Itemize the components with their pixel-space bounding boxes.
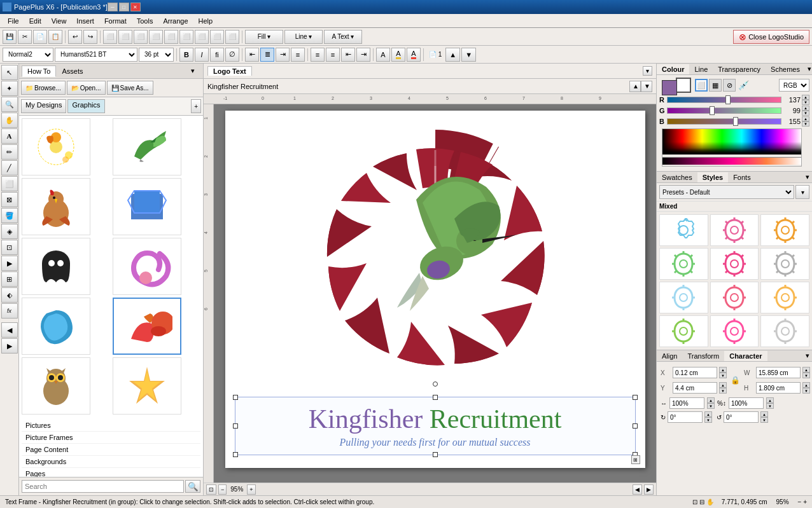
close-btn[interactable]: ✕ — [130, 3, 141, 11]
tab-align[interactable]: Align — [657, 351, 682, 361]
bullet-btn[interactable]: ≡ — [311, 48, 325, 62]
asset-blob[interactable] — [22, 298, 90, 355]
swatch-lgray-gear[interactable] — [760, 315, 809, 347]
asset-logo[interactable] — [113, 178, 181, 235]
tab-line[interactable]: Line — [689, 64, 713, 74]
handle-bm[interactable] — [433, 452, 438, 457]
pencil-tool[interactable]: ✏ — [1, 144, 18, 160]
text-color-btn[interactable]: A — [391, 48, 405, 62]
b-slider[interactable] — [667, 118, 781, 125]
handle-mr[interactable] — [633, 423, 638, 429]
color-panel-menu[interactable]: ▾ — [805, 64, 812, 74]
presets-select[interactable]: Presets - Default — [659, 185, 794, 199]
tab-howto[interactable]: How To — [22, 65, 56, 77]
w-down[interactable]: ▼ — [802, 373, 810, 378]
close-logostudio-btn[interactable]: ⊗ Close LogoStudio — [733, 30, 809, 44]
b-up[interactable]: ▲ — [802, 116, 809, 121]
tab-character[interactable]: Character — [724, 351, 767, 361]
logo-text-tab[interactable]: Logo Text — [207, 66, 252, 76]
zoom-tool[interactable]: 🔍 — [1, 97, 18, 112]
rotation-input[interactable] — [668, 411, 703, 423]
x-input[interactable] — [673, 367, 717, 378]
swatch-lime-gear[interactable] — [659, 315, 708, 347]
tb7[interactable]: ⬜ — [195, 30, 209, 44]
menu-edit[interactable]: Edit — [24, 16, 46, 26]
g-up[interactable]: ▲ — [802, 106, 809, 111]
tb2[interactable]: ⬜ — [118, 30, 132, 44]
fill-color-swatch[interactable] — [662, 80, 677, 95]
prev-page-btn[interactable]: ◀ — [633, 484, 642, 495]
canvas[interactable]: ⊞ Kingfisher Recruitment Pulling your ne… — [225, 111, 645, 468]
italic-btn[interactable]: I — [195, 48, 209, 62]
tab-transparency[interactable]: Transparency — [713, 64, 766, 74]
tb6[interactable]: ⬜ — [179, 30, 193, 44]
asset-swirl[interactable] — [113, 238, 181, 295]
nav-mydesigns[interactable]: My Designs — [21, 99, 66, 113]
list-page-content[interactable]: Page Content — [22, 444, 200, 456]
swatch-red-gear[interactable] — [710, 214, 759, 246]
asset-star[interactable] — [113, 357, 181, 415]
next-btn[interactable]: ▶ — [1, 338, 18, 354]
tab-fonts[interactable]: Fonts — [728, 172, 756, 182]
handle-tr[interactable] — [633, 395, 638, 400]
other-btn[interactable]: ∅ — [225, 48, 239, 62]
transparency-tool[interactable]: ◈ — [1, 224, 18, 239]
handle-tm[interactable] — [433, 395, 438, 400]
font-style-select[interactable]: Normal2 — [3, 48, 53, 62]
line-btn[interactable]: Line ▾ — [284, 30, 323, 44]
resize-corner-btn[interactable]: ⊞ — [631, 455, 640, 464]
font-name-select[interactable]: Humanst521 BT — [55, 48, 137, 62]
list-picture-frames[interactable]: Picture Frames — [22, 432, 200, 444]
y-down[interactable]: ▼ — [719, 388, 727, 394]
r-slider[interactable] — [667, 97, 781, 103]
content-scroll-up[interactable]: ▲ — [629, 81, 641, 92]
prev-btn[interactable]: ◀ — [1, 322, 18, 338]
search-input[interactable] — [22, 480, 184, 493]
handle-bl[interactable] — [233, 452, 238, 457]
swatch-orange-gear[interactable] — [760, 214, 809, 246]
menu-insert[interactable]: Insert — [71, 16, 99, 26]
sw-down[interactable]: ▼ — [707, 403, 715, 409]
rot-down[interactable]: ▼ — [704, 417, 712, 423]
sw-up[interactable]: ▲ — [707, 397, 715, 403]
tab-colour[interactable]: Colour — [657, 64, 689, 74]
redo-btn[interactable]: ↪ — [83, 30, 97, 44]
save-btn[interactable]: 💾 — [3, 30, 17, 44]
sh-up[interactable]: ▲ — [766, 397, 774, 403]
scale-h-input[interactable] — [729, 397, 764, 409]
copy-btn[interactable]: 📄 — [33, 30, 47, 44]
fx-tool[interactable]: fx — [1, 303, 18, 319]
list-pictures[interactable]: Pictures — [22, 420, 200, 432]
open-btn[interactable]: 📂 Open... — [67, 81, 106, 95]
grad-fill-btn[interactable]: ▦ — [709, 79, 722, 92]
menu-arrange[interactable]: Arrange — [158, 16, 193, 26]
pointer-tool[interactable]: ↖ — [1, 65, 18, 80]
swatch-green-gear[interactable] — [659, 248, 708, 280]
nav-graphics[interactable]: Graphics — [67, 99, 104, 113]
minimize-btn[interactable]: ─ — [108, 3, 118, 11]
r-up[interactable]: ▲ — [802, 95, 809, 100]
text-tool[interactable]: A — [1, 128, 18, 144]
w-up[interactable]: ▲ — [802, 367, 810, 373]
scale-w-input[interactable] — [669, 397, 704, 409]
logo-options-btn[interactable]: ▾ — [643, 66, 652, 76]
asset-rooster[interactable] — [22, 178, 90, 235]
fill-tool[interactable]: 🪣 — [1, 208, 18, 223]
h-down[interactable]: ▼ — [802, 388, 810, 394]
browse-btn[interactable]: 📁 Browse... — [21, 81, 66, 95]
node-tool[interactable]: ✦ — [1, 81, 18, 96]
rot2-down[interactable]: ▼ — [760, 417, 768, 423]
handle-ml[interactable] — [233, 423, 238, 429]
tab-assets[interactable]: Assets — [56, 65, 88, 77]
sh-down[interactable]: ▼ — [766, 403, 774, 409]
crop-tool[interactable]: ⊠ — [1, 192, 18, 207]
handle-tl[interactable] — [233, 395, 238, 400]
tb5[interactable]: ⬜ — [164, 30, 178, 44]
blend-tool[interactable]: ⊡ — [1, 240, 18, 255]
envelope-tool[interactable]: ⬖ — [1, 287, 18, 303]
rot-up[interactable]: ▲ — [704, 411, 712, 417]
r-down[interactable]: ▼ — [802, 100, 809, 105]
presets-options-btn[interactable]: ▾ — [795, 185, 809, 199]
sw-menu[interactable]: ▾ — [803, 172, 812, 182]
transform-tool[interactable]: ⊞ — [1, 271, 18, 287]
